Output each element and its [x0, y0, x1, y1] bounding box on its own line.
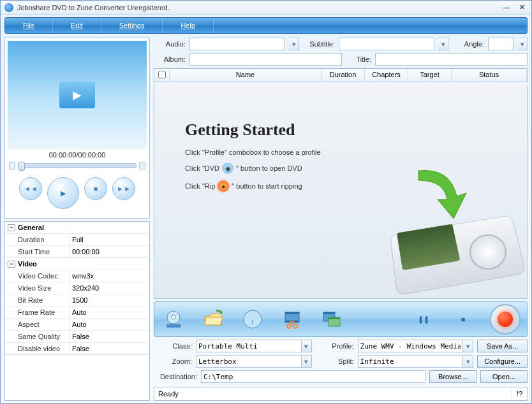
prop-row-size[interactable]: Video Size320x240: [5, 282, 149, 294]
zoom-label: Zoom:: [154, 357, 192, 365]
menu-help[interactable]: Help: [163, 18, 214, 33]
properties-panel: −General DurationFull Start Time00:00:00…: [4, 221, 150, 401]
title-label: Title:: [346, 55, 371, 63]
stop-icon: ■: [461, 315, 466, 323]
rip-icon: ●: [218, 180, 229, 192]
prop-group-general[interactable]: −General: [5, 222, 149, 233]
seek-row: [8, 161, 147, 173]
angle-dropdown-icon[interactable]: ▾: [517, 38, 528, 50]
open-dvd-button[interactable]: [161, 307, 186, 332]
status-bar: Ready !?: [154, 387, 528, 401]
dvd-icon: ◉: [222, 162, 233, 174]
zoom-select[interactable]: [196, 355, 302, 368]
svg-rect-15: [329, 317, 340, 319]
class-dropdown-icon[interactable]: ▾: [302, 340, 312, 352]
prop-row-aspect[interactable]: AspectAuto: [5, 318, 149, 330]
configure-button[interactable]: Configure...: [477, 355, 528, 368]
destination-row: Destination: Browse... Open...: [154, 370, 528, 383]
svg-rect-13: [323, 312, 335, 314]
th-chapters[interactable]: Chapters: [365, 69, 408, 82]
th-target[interactable]: Target: [408, 69, 452, 82]
album-input[interactable]: [189, 53, 342, 66]
trim-button[interactable]: [279, 307, 305, 332]
toolbar-stop-button[interactable]: ■: [450, 307, 476, 332]
arrow-icon: [406, 164, 469, 228]
app-window: Joboshare DVD to Zune Converter Unregist…: [0, 0, 532, 404]
seek-thumb[interactable]: [18, 162, 25, 171]
titlebar: Joboshare DVD to Zune Converter Unregist…: [1, 1, 531, 15]
collapse-icon: −: [8, 224, 15, 231]
prop-row-start-time[interactable]: Start Time00:00:00: [5, 245, 149, 257]
destination-input[interactable]: [201, 370, 425, 383]
table-header: Name Duration Chapters Target Status: [154, 68, 528, 82]
audio-dropdown-icon[interactable]: ▾: [289, 38, 299, 50]
class-select[interactable]: [196, 340, 302, 352]
th-status[interactable]: Status: [452, 69, 527, 82]
profile-label: Profile:: [316, 342, 354, 350]
album-label: Album:: [154, 55, 186, 63]
zoom-dropdown-icon[interactable]: ▾: [302, 355, 312, 368]
time-display: 00:00:00/00:00:00: [8, 149, 147, 161]
subtitle-label: Subtitle:: [303, 40, 335, 48]
prop-row-duration[interactable]: DurationFull: [5, 233, 149, 245]
right-column: Audio: ▾ Subtitle: ▾ Angle: ▾ Album: Tit…: [154, 38, 528, 401]
seek-slider[interactable]: [18, 163, 137, 168]
main-content-area: Getting Started Click "Profile" combobox…: [154, 85, 528, 299]
record-icon: [498, 312, 513, 327]
app-icon: [4, 3, 13, 12]
menu-file[interactable]: File: [5, 18, 53, 33]
subtitle-dropdown-icon[interactable]: ▾: [438, 38, 448, 50]
info-button[interactable]: i: [240, 307, 265, 332]
pause-button[interactable]: ❚❚: [411, 307, 436, 332]
prop-group-video[interactable]: −Video: [5, 258, 149, 270]
subtitle-select[interactable]: [339, 38, 434, 50]
prop-row-codec[interactable]: Video Codecwmv3x: [5, 270, 149, 282]
browse-button[interactable]: Browse...: [429, 370, 477, 383]
prop-row-framerate[interactable]: Frame RateAuto: [5, 306, 149, 318]
close-button[interactable]: ✕: [516, 3, 528, 12]
getting-heading: Getting Started: [185, 120, 321, 140]
prop-row-same-quality[interactable]: Same QualityFalse: [5, 330, 149, 342]
th-checkbox[interactable]: [154, 69, 170, 82]
open-folder-button[interactable]: [200, 307, 226, 332]
minimize-button[interactable]: —: [501, 3, 512, 12]
crop-button[interactable]: [319, 307, 344, 332]
getting-line-3: Click "Rip ●" button to start ripping: [185, 180, 321, 192]
split-dropdown-icon[interactable]: ▾: [463, 355, 473, 368]
preview-video: [8, 41, 147, 149]
next-icon: ►►: [117, 185, 131, 192]
stop-button[interactable]: ■: [84, 177, 107, 200]
profile-dropdown-icon[interactable]: ▾: [463, 340, 473, 352]
split-select[interactable]: [358, 355, 464, 368]
angle-select[interactable]: [488, 38, 514, 50]
split-label: Split:: [316, 357, 354, 365]
th-name[interactable]: Name: [170, 69, 321, 82]
prop-row-disable-video[interactable]: Disable videoFalse: [5, 342, 149, 354]
svg-point-1: [172, 315, 175, 319]
menu-edit[interactable]: Edit: [53, 18, 101, 33]
device-illustration: [367, 164, 521, 292]
prev-button[interactable]: ◄◄: [19, 177, 42, 200]
left-column: 00:00:00/00:00:00 ◄◄ ▶ ■ ►► −General Dur…: [4, 38, 150, 401]
next-button[interactable]: ►►: [112, 177, 135, 200]
meta-row-2: Album: Title:: [154, 53, 528, 66]
angle-label: Angle:: [452, 40, 484, 48]
title-input[interactable]: [375, 53, 528, 66]
audio-select[interactable]: [189, 38, 285, 50]
prop-row-bitrate[interactable]: Bit Rate1500: [5, 294, 149, 306]
getting-started: Getting Started Click "Profile" combobox…: [185, 120, 321, 198]
stop-icon: ■: [94, 185, 98, 192]
menu-settings[interactable]: Settings: [101, 18, 163, 33]
save-as-button[interactable]: Save As...: [477, 340, 528, 352]
play-button[interactable]: ▶: [47, 177, 79, 209]
th-duration[interactable]: Duration: [321, 69, 365, 82]
prev-icon: ◄◄: [24, 185, 38, 192]
rip-button[interactable]: [490, 304, 521, 335]
audio-label: Audio:: [154, 40, 186, 48]
range-end-handle[interactable]: [139, 162, 145, 170]
profile-select[interactable]: [358, 340, 464, 352]
class-label: Class:: [154, 342, 192, 350]
open-button[interactable]: Open...: [480, 370, 528, 383]
range-start-handle[interactable]: [9, 162, 15, 170]
help-button[interactable]: !?: [512, 387, 527, 400]
